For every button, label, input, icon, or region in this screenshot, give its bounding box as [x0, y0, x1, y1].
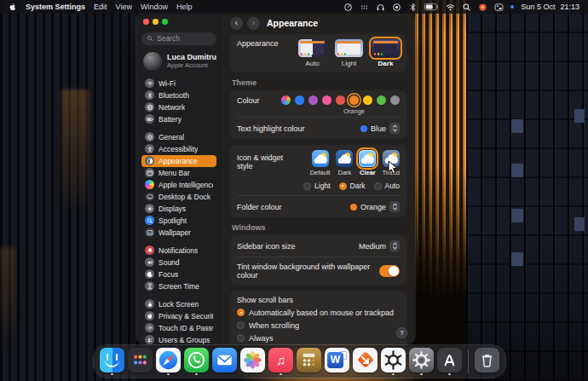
headphones-icon[interactable]: [376, 3, 385, 12]
dock-screen-share[interactable]: [353, 348, 378, 376]
sidebar-item-lock-screen[interactable]: Lock Screen: [141, 298, 216, 310]
keygrid-icon[interactable]: [360, 3, 369, 12]
icon-style-option-clear[interactable]: Clear: [359, 150, 376, 176]
swatch-circle: [322, 95, 331, 105]
profile-row[interactable]: Luca Dumitru Apple Account: [141, 52, 216, 71]
menu-bar-clock[interactable]: Sun 5 Oct 21:13: [521, 3, 579, 11]
sidebar-group: GeneralAccessibilityAppearanceMenu BarAp…: [141, 131, 216, 239]
sidebar-item-appearance[interactable]: Appearance: [141, 155, 216, 167]
sidebar-item-spotlight[interactable]: Spotlight: [141, 215, 216, 227]
dock-settings[interactable]: [409, 348, 434, 376]
colour-swatch-graphite[interactable]: [390, 95, 400, 105]
dock-music[interactable]: ♫: [268, 348, 293, 376]
sidebar-item-network[interactable]: Network: [141, 101, 216, 113]
search-input[interactable]: Search: [141, 32, 216, 45]
sidebar-item-bluetooth[interactable]: Bluetooth: [141, 89, 216, 101]
back-button[interactable]: ‹: [230, 17, 243, 30]
sidebar-item-notifications[interactable]: Notifications: [141, 245, 216, 257]
settings-icon: [409, 348, 434, 372]
menu-bar: System Settings EditViewWindowHelp Sun 5…: [0, 0, 588, 14]
colour-swatch-blue[interactable]: [295, 95, 304, 105]
sidebar-icon-size-select[interactable]: Medium: [359, 240, 400, 251]
tint-window-toggle[interactable]: [379, 265, 400, 277]
icon-style-option-default[interactable]: Default: [310, 150, 331, 176]
dock-safari[interactable]: [156, 348, 181, 376]
notification-dot[interactable]: [510, 5, 514, 9]
radio-option-when-scrolling[interactable]: When scrolling: [237, 319, 400, 332]
sidebar-item-wallpaper[interactable]: Wallpaper: [141, 227, 216, 239]
sidebar-item-label: Privacy & Security: [159, 312, 213, 320]
sidebar-item-desktop-dock[interactable]: Desktop & Dock: [141, 191, 216, 203]
dock-calculator[interactable]: [297, 348, 321, 376]
close-button[interactable]: [143, 19, 149, 25]
radio-option-automatically-based-on-mouse-or-trackpad[interactable]: Automatically based on mouse or trackpad: [237, 306, 400, 319]
help-button[interactable]: ?: [396, 327, 407, 338]
screen-record-icon[interactable]: [392, 3, 401, 12]
dock-mail[interactable]: [212, 348, 237, 376]
zoom-button[interactable]: [162, 19, 168, 25]
radio-option-always[interactable]: Always: [237, 332, 400, 344]
appearance-option-auto[interactable]: Auto: [298, 39, 326, 67]
icon-style-option-dark[interactable]: Dark: [336, 150, 353, 176]
colour-swatch-orange[interactable]: Orange: [349, 95, 359, 105]
sidebar-item-privacy-security[interactable]: Privacy & Security: [141, 310, 216, 322]
colour-swatch-green[interactable]: [377, 95, 386, 105]
dock-chatgpt[interactable]: [381, 348, 406, 376]
colour-swatch-pink[interactable]: [322, 95, 331, 105]
weather-app-icon: [336, 150, 353, 167]
text-highlight-select[interactable]: Blue: [360, 123, 400, 134]
show-scroll-bars-label: Show scroll bars: [237, 291, 400, 306]
mode-radio-dark[interactable]: Dark: [339, 182, 366, 190]
appearance-options: AutoLightDark: [298, 39, 400, 67]
sidebar-item-sound[interactable]: Sound: [141, 257, 216, 268]
app-badge-icon[interactable]: [478, 3, 487, 12]
mode-radio-auto[interactable]: Auto: [374, 182, 401, 190]
sidebar-item-battery[interactable]: Battery: [141, 113, 216, 125]
menu-items: EditViewWindowHelp: [94, 3, 192, 11]
selected-swatch-caption: Orange: [343, 107, 365, 115]
dock-word[interactable]: W: [325, 348, 349, 376]
appearance-thumb-light: [335, 39, 363, 57]
menu-help[interactable]: Help: [176, 3, 193, 11]
dock-trash[interactable]: [475, 348, 499, 376]
dock-whatsapp[interactable]: [184, 348, 209, 376]
menu-edit[interactable]: Edit: [94, 3, 107, 11]
dock-acrobat[interactable]: [437, 348, 462, 376]
dock-photos[interactable]: [240, 348, 265, 376]
sidebar-item-menu-bar[interactable]: Menu Bar: [141, 167, 216, 179]
dock-launchpad[interactable]: [128, 348, 153, 376]
dock-finder[interactable]: [100, 348, 124, 376]
sidebar-item-label: Accessibility: [159, 145, 198, 153]
colour-swatch-purple[interactable]: [308, 95, 318, 105]
menu-view[interactable]: View: [116, 3, 132, 11]
sidebar-item-wi-fi[interactable]: Wi-Fi: [141, 78, 216, 89]
dial-icon[interactable]: [343, 3, 353, 12]
sidebar-item-screen-time[interactable]: Screen Time: [141, 280, 216, 292]
control-center-icon[interactable]: [494, 3, 504, 12]
bluetooth-icon[interactable]: [408, 3, 418, 12]
battery-icon[interactable]: [424, 3, 439, 11]
sidebar-item-users-groups[interactable]: Users & Groups: [141, 334, 216, 345]
menu-window[interactable]: Window: [141, 3, 168, 11]
sidebar-item-focus[interactable]: Focus: [141, 268, 216, 280]
forward-button[interactable]: ›: [247, 17, 260, 30]
apple-menu-icon[interactable]: [9, 3, 17, 11]
sidebar-item-apple-intelligence-siri[interactable]: Apple Intelligence & Siri: [141, 179, 216, 191]
colour-swatch-multicolour[interactable]: [281, 95, 291, 105]
colour-swatch-red[interactable]: [336, 95, 345, 105]
folder-colour-select[interactable]: Orange: [350, 201, 400, 212]
menu-app-name[interactable]: System Settings: [26, 3, 85, 11]
search-icon[interactable]: [462, 3, 471, 12]
mode-radio-light[interactable]: Light: [303, 182, 330, 190]
appearance-option-light[interactable]: Light: [335, 39, 363, 67]
sidebar-item-displays[interactable]: Displays: [141, 203, 216, 215]
colour-swatch-yellow[interactable]: [363, 95, 372, 105]
sidebar-item-general[interactable]: General: [141, 131, 216, 143]
minimize-button[interactable]: [153, 19, 159, 25]
stepper-icon: [389, 201, 400, 212]
swatch-circle: [281, 95, 291, 105]
sidebar-item-touch-id-password[interactable]: Touch ID & Password: [141, 322, 216, 334]
appearance-option-dark[interactable]: Dark: [372, 39, 400, 67]
sidebar-item-accessibility[interactable]: Accessibility: [141, 143, 216, 155]
wifi-icon[interactable]: [446, 3, 455, 12]
